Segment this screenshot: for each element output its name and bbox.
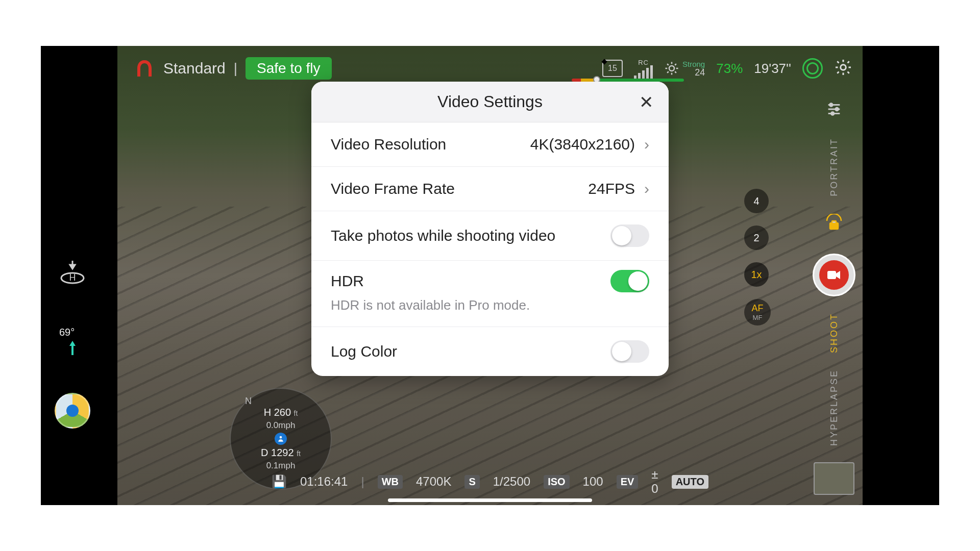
svg-marker-13 [70, 265, 75, 269]
settings-icon[interactable] [834, 58, 852, 79]
mode-portrait[interactable]: PORTRAIT [829, 138, 840, 196]
compass-n: N [245, 396, 252, 407]
svg-point-5 [830, 104, 833, 107]
gimbal-angle[interactable]: 69° [52, 321, 93, 362]
drone-app: Standard | Safe to fly 15 RC Strong 24 7… [41, 46, 939, 505]
svg-point-6 [836, 108, 839, 111]
flight-time-remaining: 19'37'' [754, 61, 791, 77]
gps-status[interactable]: Strong 24 [664, 60, 705, 77]
gps-count: 24 [682, 68, 705, 77]
battery-percent[interactable]: 73% [716, 61, 743, 77]
zoom-4x[interactable]: 4 [744, 189, 769, 213]
gps-strength: Strong [682, 60, 705, 68]
framerate-label: Video Frame Rate [331, 180, 455, 197]
svg-marker-16 [69, 341, 76, 346]
chevron-right-icon: › [644, 136, 649, 153]
flight-mode[interactable]: Standard [163, 60, 226, 77]
iso-value: 100 [583, 474, 603, 489]
modal-header: Video Settings ✕ [311, 82, 669, 122]
resolution-value: 4K(3840x2160) [530, 136, 635, 153]
mode-shoot[interactable]: SHOOT [829, 313, 840, 353]
rc-label: RC [638, 59, 649, 66]
piv-label: Take photos while shooting video [331, 227, 555, 244]
svg-rect-9 [832, 221, 836, 223]
auto-chip[interactable]: AUTO [672, 475, 708, 489]
ev-value: ± 0 [651, 467, 658, 496]
framerate-value: 24FPS [588, 180, 635, 197]
hdr-note: HDR is not available in Pro mode. [331, 297, 649, 313]
zoom-1x[interactable]: 1x [744, 262, 769, 287]
svg-point-11 [280, 436, 282, 439]
map-icon[interactable] [55, 393, 90, 429]
row-video-framerate[interactable]: Video Frame Rate 24FPS › [311, 167, 669, 211]
user-position-icon [275, 433, 287, 445]
close-icon[interactable]: ✕ [636, 92, 656, 112]
camera-controls: PORTRAIT SHOOT HYPERLAPSE [813, 97, 855, 495]
flight-status[interactable]: Safe to fly [246, 57, 332, 80]
home-indicator[interactable] [388, 498, 592, 502]
record-time: 01:16:41 [300, 474, 348, 489]
sd-card-icon[interactable]: 15 [602, 60, 623, 77]
hdr-toggle[interactable] [610, 270, 649, 292]
ev-chip[interactable]: EV [617, 475, 639, 489]
shutter-value: 1/2500 [493, 474, 530, 489]
chevron-right-icon: › [644, 180, 649, 197]
top-bar: Standard | Safe to fly 15 RC Strong 24 7… [132, 53, 852, 84]
focus-mode-button[interactable]: AF MF [744, 299, 771, 325]
video-icon [819, 260, 849, 290]
piv-toggle[interactable] [610, 224, 649, 247]
separator: | [234, 60, 237, 77]
zoom-controls: 4 2 1x AF MF [744, 189, 771, 325]
exposure-settings-icon[interactable] [822, 97, 846, 121]
svg-point-0 [669, 66, 674, 71]
mf-label: MF [753, 314, 763, 321]
resolution-label: Video Resolution [331, 136, 446, 153]
vertical-speed: 0.0mph [266, 420, 296, 431]
video-settings-modal: Video Settings ✕ Video Resolution 4K(384… [311, 82, 669, 376]
obstacle-avoidance-icon[interactable] [802, 58, 823, 79]
af-label: AF [751, 303, 763, 314]
row-video-resolution[interactable]: Video Resolution 4K(3840x2160) › [311, 122, 669, 167]
mode-hyperlapse[interactable]: HYPERLAPSE [829, 369, 840, 446]
svg-point-7 [831, 112, 834, 115]
log-color-label: Log Color [331, 343, 397, 360]
shutter-chip[interactable]: S [464, 475, 479, 489]
distance-value: D 1292 [261, 447, 294, 458]
brand-icon[interactable] [132, 56, 157, 81]
gallery-thumbnail[interactable] [814, 462, 854, 495]
return-home-icon[interactable]: H [55, 255, 90, 291]
svg-text:H: H [69, 272, 76, 283]
row-log-color: Log Color [311, 327, 669, 376]
save-icon: 💾 [272, 474, 287, 489]
wb-value: 4700K [416, 474, 451, 489]
photo-video-switch-icon[interactable] [822, 213, 846, 237]
modal-title: Video Settings [437, 92, 543, 111]
row-hdr: HDR HDR is not available in Pro mode. [311, 261, 669, 327]
svg-rect-10 [827, 271, 836, 279]
hdr-label: HDR [331, 272, 364, 290]
wb-chip[interactable]: WB [378, 475, 403, 489]
iso-chip[interactable]: ISO [544, 475, 569, 489]
zoom-2x[interactable]: 2 [744, 226, 769, 250]
camera-viewport: Standard | Safe to fly 15 RC Strong 24 7… [117, 46, 863, 505]
rc-signal-icon[interactable]: RC [634, 59, 653, 79]
top-right-status: 15 RC Strong 24 73% 19'37'' [602, 58, 852, 79]
altitude-value: H 260 [264, 407, 291, 418]
pillar-right [863, 46, 939, 505]
svg-point-1 [841, 65, 846, 70]
camera-telemetry-bar: 💾 01:16:41 | WB 4700K S 1/2500 ISO 100 E… [272, 467, 708, 496]
left-controls: H 69° [52, 255, 93, 429]
row-piv: Take photos while shooting video [311, 211, 669, 261]
record-button[interactable] [813, 254, 855, 296]
log-color-toggle[interactable] [610, 340, 649, 363]
gimbal-degree-value: 69° [59, 327, 75, 338]
